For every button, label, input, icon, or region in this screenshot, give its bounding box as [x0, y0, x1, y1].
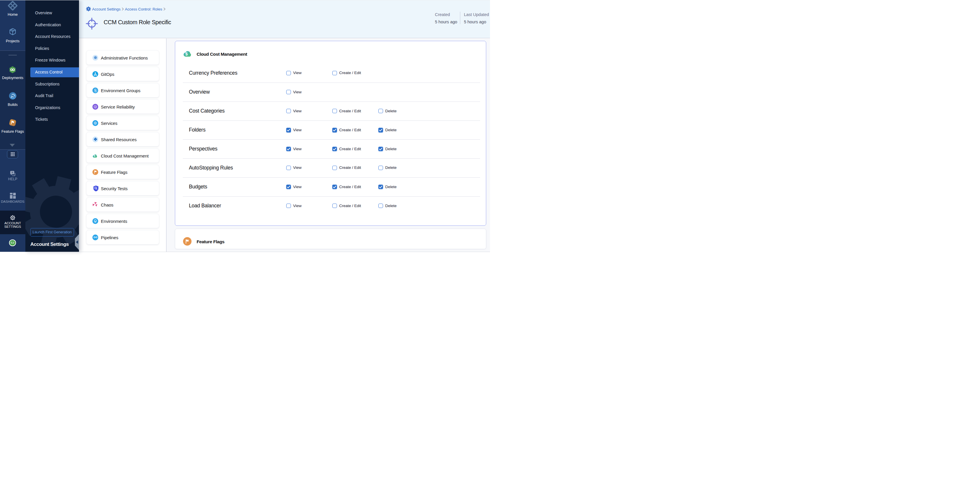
svg-text:$: $ — [94, 154, 95, 157]
svg-text:?: ? — [11, 171, 13, 174]
svg-text:$: $ — [185, 52, 188, 56]
